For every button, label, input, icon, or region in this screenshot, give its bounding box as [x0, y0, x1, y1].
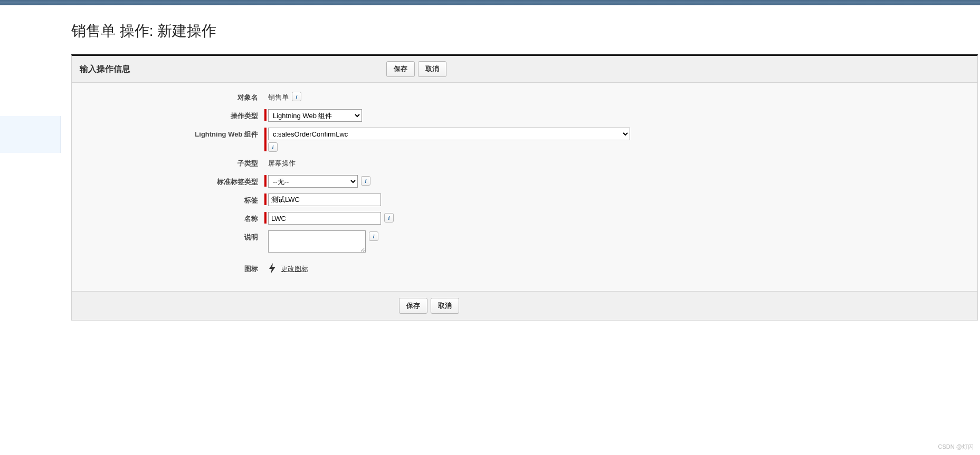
row-sub-type: 子类型 屏幕操作: [80, 157, 969, 170]
footer-button-row: 保存 取消: [399, 298, 459, 314]
cancel-button[interactable]: 取消: [418, 61, 446, 77]
left-highlight-band: [0, 116, 61, 153]
action-form-panel: 输入操作信息 保存 取消 对象名 销售单 i 操作类型 Ligh: [71, 54, 978, 321]
header-button-row: 保存 取消: [386, 61, 446, 77]
label-name-field: 名称: [80, 212, 264, 224]
page-wrapper: 销售单 操作: 新建操作 输入操作信息 保存 取消 对象名 销售单 i 操作类型: [0, 5, 980, 321]
row-std-label-type: 标准标签类型 --无-- i: [80, 175, 969, 189]
cancel-button[interactable]: 取消: [431, 298, 459, 314]
required-indicator: [264, 175, 267, 187]
change-icon-link[interactable]: 更改图标: [281, 264, 308, 274]
label-std-label-type: 标准标签类型: [80, 175, 264, 187]
required-indicator: [264, 109, 267, 121]
row-name: 名称 i: [80, 212, 969, 226]
required-indicator: [264, 212, 267, 224]
select-std-label-type[interactable]: --无--: [268, 175, 358, 188]
value-object-name: 销售单: [268, 91, 289, 102]
required-indicator: [264, 128, 267, 151]
label-sub-type: 子类型: [80, 157, 264, 168]
input-name[interactable]: [268, 212, 381, 225]
top-banner-strip: [0, 0, 980, 5]
select-lwc-component[interactable]: c:salesOrderConfirmLwc: [268, 128, 630, 140]
row-action-type: 操作类型 Lightning Web 组件: [80, 109, 969, 123]
panel-body: 对象名 销售单 i 操作类型 Lightning Web 组件 Lightnin…: [72, 83, 977, 291]
row-description: 说明 i: [80, 230, 969, 253]
label-icon: 图标: [80, 262, 264, 274]
textarea-description[interactable]: [268, 230, 366, 253]
row-label: 标签: [80, 193, 969, 207]
required-indicator: [264, 193, 267, 205]
panel-header: 输入操作信息 保存 取消: [72, 56, 977, 83]
value-sub-type: 屏幕操作: [268, 157, 296, 168]
info-icon[interactable]: i: [384, 213, 394, 222]
input-label[interactable]: [268, 193, 381, 206]
label-description: 说明: [80, 230, 264, 242]
select-action-type[interactable]: Lightning Web 组件: [268, 109, 362, 122]
row-lwc: Lightning Web 组件 c:salesOrderConfirmLwc …: [80, 128, 969, 152]
label-lwc: Lightning Web 组件: [80, 128, 264, 139]
save-button[interactable]: 保存: [399, 298, 427, 314]
info-icon[interactable]: i: [361, 176, 370, 186]
info-icon[interactable]: i: [292, 92, 301, 101]
panel-footer: 保存 取消: [72, 291, 977, 320]
panel-section-title: 输入操作信息: [80, 64, 130, 75]
label-label-field: 标签: [80, 193, 264, 205]
save-button[interactable]: 保存: [386, 61, 415, 77]
info-icon[interactable]: i: [369, 231, 378, 241]
row-icon: 图标 更改图标: [80, 262, 969, 276]
label-action-type: 操作类型: [80, 109, 264, 121]
page-title: 销售单 操作: 新建操作: [71, 21, 980, 41]
row-object-name: 对象名 销售单 i: [80, 91, 969, 104]
label-object-name: 对象名: [80, 91, 264, 102]
info-icon[interactable]: i: [268, 142, 278, 152]
lightning-bolt-icon: [268, 263, 277, 275]
